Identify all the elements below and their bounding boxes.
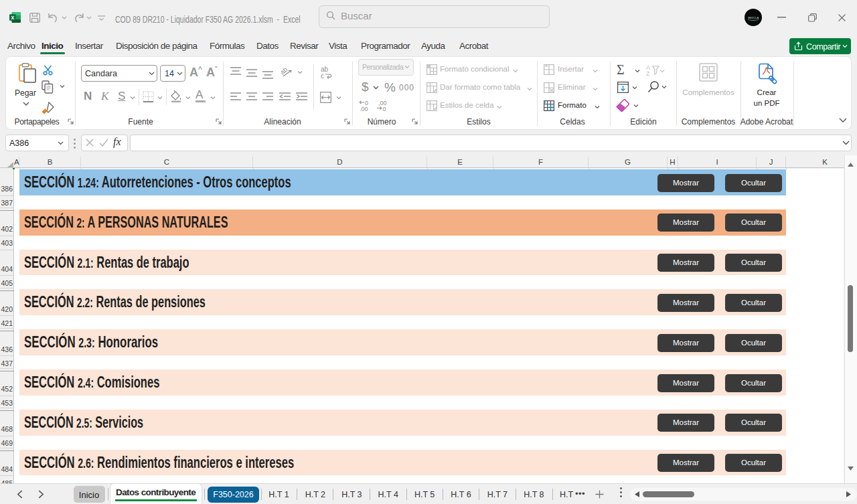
svg-text:MEZCLA: MEZCLA [748,16,759,19]
svg-text:0: 0 [383,106,386,112]
svg-text:,00: ,00 [360,106,368,112]
svg-text:A: A [646,64,650,71]
svg-text:x: x [11,14,14,21]
svg-text:c: c [321,72,324,79]
svg-text:Z: Z [646,70,650,76]
